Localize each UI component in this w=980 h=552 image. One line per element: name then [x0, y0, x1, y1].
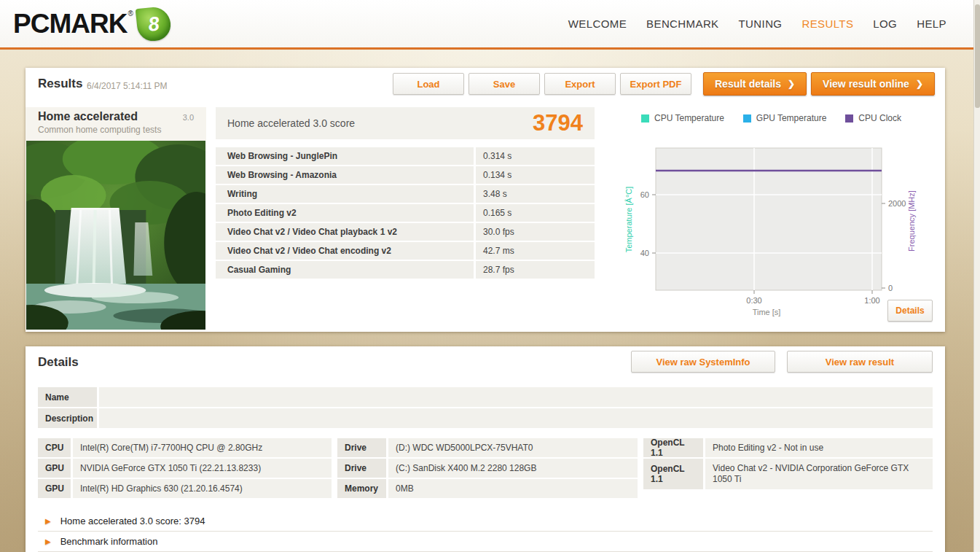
table-row: Writing 3.48 s: [216, 185, 595, 203]
metric-value: 28.7 fps: [476, 261, 595, 279]
chart-legend: CPU Temperature GPU Temperature CPU Cloc…: [641, 113, 901, 123]
cpu-value: Intel(R) Core(TM) i7-7700HQ CPU @ 2.80GH…: [73, 438, 332, 457]
left-tick-60: 60: [640, 190, 649, 199]
metric-label: Photo Editing v2: [216, 204, 474, 222]
result-details-button[interactable]: Result details ❯: [703, 72, 807, 96]
chart-details-button[interactable]: Details: [887, 300, 933, 322]
metrics-table: Web Browsing - JunglePin 0.314 s Web Bro…: [216, 147, 595, 280]
name-value: [99, 387, 933, 407]
view-result-online-label: View result online: [823, 78, 909, 90]
test-thumbnail: [26, 141, 205, 330]
table-row: Name: [38, 387, 933, 407]
system-col-opencl: OpenCL 1.1 Photo Editing v2 - Not in use…: [643, 438, 933, 499]
right-axis-title: Frequency [MHz]: [907, 190, 916, 252]
view-raw-result-button[interactable]: View raw result: [787, 351, 933, 373]
metric-label: Writing: [216, 185, 474, 203]
left-axis-title: Temperature [Â°C]: [624, 187, 633, 253]
test-description: Common home computing tests: [38, 125, 194, 135]
x-tick-100: 1:00: [864, 296, 879, 305]
gpu-value: Intel(R) HD Graphics 630 (21.20.16.4574): [73, 479, 332, 498]
test-name: Home accelerated: [38, 110, 138, 123]
opencl-label: OpenCL 1.1: [643, 438, 703, 457]
legend-label: CPU Clock: [858, 113, 901, 123]
drive-value: (C:) SanDisk X400 M.2 2280 128GB: [388, 459, 638, 478]
score-label: Home accelerated 3.0 score: [227, 117, 355, 129]
details-title: Details: [38, 355, 79, 370]
expander-label: Home accelerated 3.0 score: 3794: [60, 516, 205, 526]
view-raw-systeminfo-button[interactable]: View raw SystemInfo: [631, 351, 775, 373]
table-row: CPU Intel(R) Core(TM) i7-7700HQ CPU @ 2.…: [38, 438, 332, 457]
x-axis-title: Time [s]: [753, 308, 781, 316]
opencl-value: Video Chat v2 - NVIDIA Corporation GeFor…: [705, 459, 933, 489]
expand-arrow-icon: ▶: [45, 517, 51, 525]
legend-cpu-clock: CPU Clock: [845, 113, 901, 123]
nav-log[interactable]: LOG: [873, 18, 897, 30]
registered-mark-icon: ®: [128, 9, 133, 18]
expander-benchmark-information[interactable]: ▶ Benchmark information: [38, 532, 933, 552]
legend-label: GPU Temperature: [756, 113, 827, 123]
chevron-right-icon: ❯: [788, 79, 795, 89]
result-expanders: ▶ Home accelerated 3.0 score: 3794 ▶ Ben…: [38, 511, 933, 552]
legend-label: CPU Temperature: [654, 113, 724, 123]
table-row: Video Chat v2 / Video Chat playback 1 v2…: [216, 223, 595, 241]
metric-label: Web Browsing - JunglePin: [216, 147, 474, 165]
table-row: Video Chat v2 / Video Chat encoding v2 4…: [216, 242, 595, 260]
table-row: Drive (C:) SanDisk X400 M.2 2280 128GB: [337, 459, 638, 478]
right-tick-2000: 2000: [888, 199, 906, 208]
table-row: Casual Gaming 28.7 fps: [216, 261, 595, 279]
test-version: 3.0: [183, 113, 194, 122]
metric-value: 0.134 s: [476, 166, 595, 184]
opencl-label: OpenCL 1.1: [643, 459, 703, 489]
gpu-value: NVIDIA GeForce GTX 1050 Ti (22.21.13.823…: [73, 459, 332, 478]
expander-home-accelerated-score[interactable]: ▶ Home accelerated 3.0 score: 3794: [38, 511, 933, 532]
gpu-label: GPU: [38, 459, 71, 478]
cpu-label: CPU: [38, 438, 71, 457]
score-header: Home accelerated 3.0 score 3794: [216, 107, 595, 139]
memory-value: 0MB: [388, 479, 638, 498]
plot-area: [656, 148, 882, 290]
table-row: GPU NVIDIA GeForce GTX 1050 Ti (22.21.13…: [38, 459, 332, 478]
monitoring-chart: 60 40 2000 0 0:30 1:00 Time [s] Temperat…: [616, 143, 936, 325]
score-value: 3794: [533, 110, 583, 136]
name-label: Name: [38, 387, 97, 407]
description-value: [99, 408, 933, 428]
export-pdf-button[interactable]: Export PDF: [620, 73, 691, 95]
pcmark-8-leaf-icon: 8: [135, 5, 172, 42]
table-row: Description: [38, 408, 933, 428]
table-row: Memory 0MB: [337, 479, 638, 498]
nav-benchmark[interactable]: BENCHMARK: [646, 18, 718, 30]
waterfall-photo: [26, 141, 205, 330]
scrollbar-thumb[interactable]: [975, 4, 980, 108]
results-title: Results: [38, 77, 82, 91]
legend-gpu-temperature: GPU Temperature: [743, 113, 827, 123]
system-info-tables: CPU Intel(R) Core(TM) i7-7700HQ CPU @ 2.…: [38, 438, 933, 499]
table-row: GPU Intel(R) HD Graphics 630 (21.20.16.4…: [38, 479, 332, 498]
nav-help[interactable]: HELP: [917, 18, 946, 30]
metric-value: 0.314 s: [476, 147, 595, 165]
test-header: Home accelerated 3.0 Common home computi…: [26, 107, 206, 141]
metric-value: 3.48 s: [476, 185, 595, 203]
gpu-label: GPU: [38, 479, 71, 498]
pcmark-logo-text: PCMARK: [13, 9, 127, 39]
results-timestamp: 6/4/2017 5:14:11 PM: [87, 81, 168, 91]
nav-tuning[interactable]: TUNING: [739, 18, 783, 30]
meta-table: Name Description: [38, 387, 933, 429]
memory-label: Memory: [337, 479, 386, 498]
drive-label: Drive: [337, 459, 386, 478]
table-row: Web Browsing - Amazonia 0.134 s: [216, 166, 595, 184]
system-col-drives-memory: Drive (D:) WDC WD5000LPCX-75VHAT0 Drive …: [337, 438, 638, 499]
nav-welcome[interactable]: WELCOME: [568, 18, 627, 30]
results-toolbar: Load Save Export Export PDF Result detai…: [393, 72, 939, 96]
system-col-cpu-gpu: CPU Intel(R) Core(TM) i7-7700HQ CPU @ 2.…: [38, 438, 332, 499]
save-button[interactable]: Save: [469, 73, 540, 95]
export-button[interactable]: Export: [544, 73, 616, 95]
nav-results[interactable]: RESULTS: [801, 18, 853, 30]
load-button[interactable]: Load: [393, 73, 464, 95]
table-row: OpenCL 1.1 Photo Editing v2 - Not in use: [643, 438, 933, 457]
opencl-value: Photo Editing v2 - Not in use: [705, 438, 933, 457]
vertical-scrollbar[interactable]: [973, 0, 980, 552]
details-panel: Details View raw SystemInfo View raw res…: [26, 346, 945, 552]
table-row: Photo Editing v2 0.165 s: [216, 204, 595, 222]
view-result-online-button[interactable]: View result online ❯: [811, 72, 935, 96]
chevron-right-icon: ❯: [916, 79, 923, 89]
